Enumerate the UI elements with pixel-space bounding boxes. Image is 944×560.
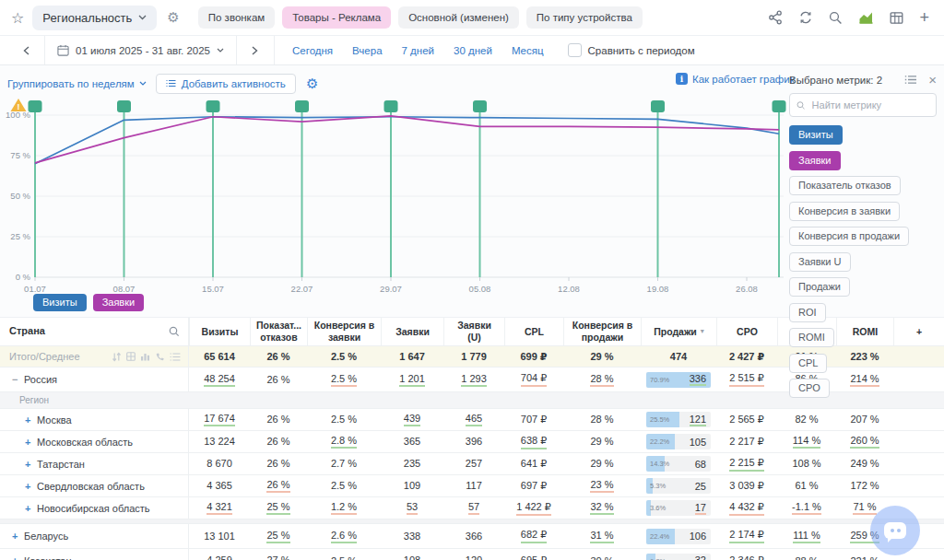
column-header-leads-u[interactable]: Заявки (U) xyxy=(443,318,504,345)
metric-chip[interactable]: Конверсия в заявки xyxy=(789,202,900,221)
expand-button[interactable]: + xyxy=(25,459,35,470)
column-header-bounce-rate[interactable]: Показат... отказов xyxy=(250,318,307,345)
metric-search-input[interactable] xyxy=(810,99,929,111)
quick-range-link[interactable]: Вчера xyxy=(352,45,382,56)
sync-icon[interactable] xyxy=(798,10,813,25)
columns-icon[interactable] xyxy=(126,352,136,361)
share-icon[interactable] xyxy=(768,10,783,25)
group-by-dropdown[interactable]: Группировать по неделям xyxy=(7,78,147,89)
column-header-sales[interactable]: Продажи▾ xyxy=(641,318,716,345)
add-report-plus-icon[interactable]: + xyxy=(919,9,929,26)
cell-bounce-rate: 27 % xyxy=(250,554,307,560)
expand-button[interactable]: + xyxy=(12,531,22,542)
activity-marker[interactable] xyxy=(29,100,42,112)
legend-chip[interactable]: Заявки xyxy=(93,294,145,311)
favorite-star-icon[interactable]: ☆ xyxy=(11,9,24,27)
how-chart-works-link[interactable]: i Как работает график xyxy=(676,73,795,85)
row-name: Россия xyxy=(24,374,57,385)
table-row[interactable]: +Татарстан8 67026 %2.7 %235257641 ₽29 %1… xyxy=(0,453,944,475)
report-tab[interactable]: Основной (изменен) xyxy=(398,6,519,29)
metric-chip[interactable]: Заявки U xyxy=(789,252,851,272)
activity-marker[interactable] xyxy=(117,100,131,112)
report-tab[interactable]: Товары - Реклама xyxy=(282,6,391,29)
report-tab[interactable]: По типу устройства xyxy=(526,6,643,29)
search-icon[interactable] xyxy=(169,326,180,337)
cell-cpo: 2 215 ₽ xyxy=(716,457,777,472)
activity-marker[interactable] xyxy=(651,100,665,112)
column-header-cpo[interactable]: CPO xyxy=(716,318,777,345)
activity-marker[interactable] xyxy=(384,100,398,112)
date-range-picker[interactable]: 01 июля 2025 - 31 авг. 2025 xyxy=(45,36,237,64)
cell-value: 2 565 ₽ xyxy=(729,414,764,426)
series-line-visits xyxy=(35,117,779,164)
quick-range-link[interactable]: 7 дней xyxy=(402,45,434,56)
metric-chip[interactable]: Продажи xyxy=(789,277,850,297)
column-header-conversion-to-leads[interactable]: Конверсия в заявки xyxy=(307,318,381,345)
metric-chip[interactable]: ROI xyxy=(789,303,826,322)
expand-button[interactable]: + xyxy=(25,414,35,426)
expand-button[interactable]: − xyxy=(12,374,22,385)
export-table-icon[interactable] xyxy=(890,11,903,25)
row-name: Беларусь xyxy=(24,531,68,542)
date-prev-button[interactable] xyxy=(7,36,45,64)
expand-button[interactable]: + xyxy=(25,481,35,492)
cell-value: 704 ₽ xyxy=(521,372,547,387)
expand-button[interactable]: + xyxy=(25,437,35,448)
date-next-button[interactable] xyxy=(237,36,275,64)
legend-chip[interactable]: Визиты xyxy=(33,294,87,311)
quick-range-link[interactable]: Сегодня xyxy=(292,45,333,56)
activity-marker[interactable] xyxy=(206,100,220,112)
cell-value: 260 % xyxy=(850,435,879,449)
cell-value: 3 039 ₽ xyxy=(729,480,764,493)
close-icon[interactable]: × xyxy=(928,73,937,87)
report-selector-label: Региональность xyxy=(42,11,132,25)
chevron-left-icon xyxy=(23,46,30,55)
cell-value: 25 xyxy=(695,481,706,492)
cell-value: 2.5 % xyxy=(331,555,357,560)
table-row[interactable]: +Казахстан4 25927 %2.5 %108120695 ₽30 %6… xyxy=(0,549,944,560)
compare-period-checkbox[interactable] xyxy=(568,43,582,57)
chart-icon[interactable] xyxy=(858,11,874,25)
metric-chip[interactable]: ROMI xyxy=(789,328,834,347)
chat-button[interactable] xyxy=(870,506,920,555)
column-header-visits[interactable]: Визиты xyxy=(189,318,250,345)
y-axis-tick: 75 % xyxy=(10,150,30,160)
expand-button[interactable]: + xyxy=(12,555,22,560)
metric-chip[interactable]: Конверсия в продажи xyxy=(789,227,909,246)
activity-marker[interactable] xyxy=(773,100,786,112)
column-header-cpl[interactable]: CPL xyxy=(504,318,563,345)
metric-chip[interactable]: Визиты xyxy=(789,125,843,145)
phone-icon[interactable] xyxy=(155,352,165,362)
cell-value: 32 xyxy=(695,554,706,560)
chart-settings-gear-icon[interactable]: ⚙ xyxy=(306,76,318,92)
metric-chip[interactable]: CPO xyxy=(789,379,830,398)
table-row[interactable]: +Москва17 67426 %2.5 %439465707 ₽28 %25.… xyxy=(0,409,944,431)
list-icon[interactable] xyxy=(170,353,181,361)
quick-range-link[interactable]: 30 дней xyxy=(454,45,492,56)
table-row[interactable]: +Свердловская область4 36526 %2.5 %10911… xyxy=(0,475,944,497)
activity-marker[interactable] xyxy=(295,100,309,112)
expand-button[interactable]: + xyxy=(25,503,35,514)
add-activity-button[interactable]: Добавить активность xyxy=(156,74,296,94)
column-header-leads[interactable]: Заявки xyxy=(381,318,443,345)
table-row[interactable]: +Новосибирская область4 32125 %1.2 %5357… xyxy=(0,497,944,519)
column-header-country[interactable]: Страна xyxy=(0,318,189,345)
sort-icon[interactable] xyxy=(112,352,122,362)
table-row[interactable]: +Московская область13 22426 %2.8 %365396… xyxy=(0,431,944,453)
activity-marker[interactable] xyxy=(473,100,487,112)
search-icon[interactable] xyxy=(829,11,843,25)
cell-value: 71 % xyxy=(853,501,876,515)
bar-chart-icon[interactable] xyxy=(140,352,150,361)
quick-range-link[interactable]: Месяц xyxy=(512,45,544,56)
metric-chip[interactable]: Заявки xyxy=(789,151,841,170)
metric-chip[interactable]: CPL xyxy=(789,354,827,373)
row-name: Татарстан xyxy=(37,459,85,470)
cell-visits: 13 224 xyxy=(189,436,250,448)
table-row[interactable]: +Беларусь13 10125 %2.6 %338366682 ₽31 %2… xyxy=(0,524,944,549)
report-tab[interactable]: По звонкам xyxy=(198,6,275,29)
column-header-conversion-to-sales[interactable]: Конверсия в продажи xyxy=(563,318,641,345)
metrics-list-icon[interactable] xyxy=(904,75,917,85)
report-selector[interactable]: Региональность xyxy=(32,6,157,30)
report-settings-gear-icon[interactable]: ⚙ xyxy=(167,9,179,26)
metric-chip[interactable]: Показатель отказов xyxy=(789,176,901,195)
